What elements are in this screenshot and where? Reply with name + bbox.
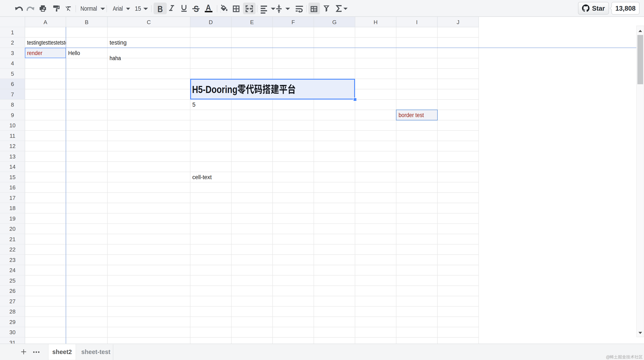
svg-text:2: 2 bbox=[11, 40, 14, 46]
svg-text:5: 5 bbox=[192, 102, 196, 108]
svg-text:25: 25 bbox=[9, 277, 16, 284]
svg-text:24: 24 bbox=[9, 267, 16, 273]
svg-text:B: B bbox=[158, 4, 163, 14]
svg-text:H5-Dooring: H5-Dooring bbox=[192, 84, 238, 95]
svg-text:23: 23 bbox=[9, 257, 16, 263]
svg-text:10: 10 bbox=[9, 122, 16, 129]
svg-text:E: E bbox=[250, 19, 254, 25]
svg-text:13: 13 bbox=[9, 153, 16, 160]
svg-text:27: 27 bbox=[9, 298, 16, 305]
svg-text:haha: haha bbox=[110, 55, 121, 61]
svg-text:13,808: 13,808 bbox=[616, 5, 636, 12]
svg-text:6: 6 bbox=[11, 81, 14, 87]
svg-text:J: J bbox=[456, 19, 459, 25]
svg-text:render: render bbox=[27, 50, 42, 56]
svg-text:5: 5 bbox=[11, 71, 14, 77]
svg-text:Hello: Hello bbox=[68, 50, 80, 56]
svg-text:sheet-test: sheet-test bbox=[81, 348, 110, 355]
svg-text:22: 22 bbox=[9, 246, 16, 253]
svg-text:28: 28 bbox=[9, 308, 16, 315]
svg-text:8: 8 bbox=[11, 102, 14, 108]
svg-text:I: I bbox=[416, 19, 418, 25]
svg-text:C: C bbox=[147, 19, 151, 25]
svg-text:testingtesttestetstest: testingtesttestetstest bbox=[27, 40, 72, 46]
svg-text:testing: testing bbox=[110, 40, 127, 46]
svg-text:20: 20 bbox=[9, 226, 16, 232]
svg-text:29: 29 bbox=[9, 319, 16, 325]
svg-text:15: 15 bbox=[135, 5, 141, 12]
svg-text:Star: Star bbox=[592, 5, 605, 12]
svg-text:D: D bbox=[209, 19, 213, 25]
svg-text:18: 18 bbox=[9, 205, 16, 211]
svg-text:26: 26 bbox=[9, 288, 16, 294]
svg-text:16: 16 bbox=[9, 184, 16, 191]
svg-text:9: 9 bbox=[11, 112, 14, 118]
svg-text:A: A bbox=[44, 19, 48, 25]
svg-text:@: @ bbox=[606, 355, 610, 359]
svg-text:sheet2: sheet2 bbox=[52, 348, 72, 355]
svg-text:19: 19 bbox=[9, 215, 16, 222]
svg-text:14: 14 bbox=[9, 163, 16, 170]
svg-text:H: H bbox=[374, 19, 378, 25]
svg-text:B: B bbox=[85, 19, 88, 25]
svg-text:4: 4 bbox=[11, 60, 14, 67]
svg-text:Arial: Arial bbox=[113, 5, 123, 12]
svg-text:border test: border test bbox=[399, 112, 424, 118]
svg-text:21: 21 bbox=[9, 236, 16, 243]
svg-text:30: 30 bbox=[9, 329, 16, 335]
svg-text:F: F bbox=[292, 19, 295, 25]
svg-text:3: 3 bbox=[11, 50, 14, 56]
svg-text:12: 12 bbox=[9, 143, 16, 149]
svg-text:17: 17 bbox=[9, 195, 16, 201]
svg-text:Normal: Normal bbox=[80, 5, 97, 12]
svg-text:7: 7 bbox=[11, 91, 14, 98]
svg-text:G: G bbox=[332, 19, 336, 25]
svg-text:cell-text: cell-text bbox=[192, 174, 212, 181]
svg-text:15: 15 bbox=[9, 174, 16, 181]
svg-text:A: A bbox=[206, 3, 211, 12]
svg-text:1: 1 bbox=[11, 29, 14, 36]
svg-text:11: 11 bbox=[10, 133, 15, 139]
